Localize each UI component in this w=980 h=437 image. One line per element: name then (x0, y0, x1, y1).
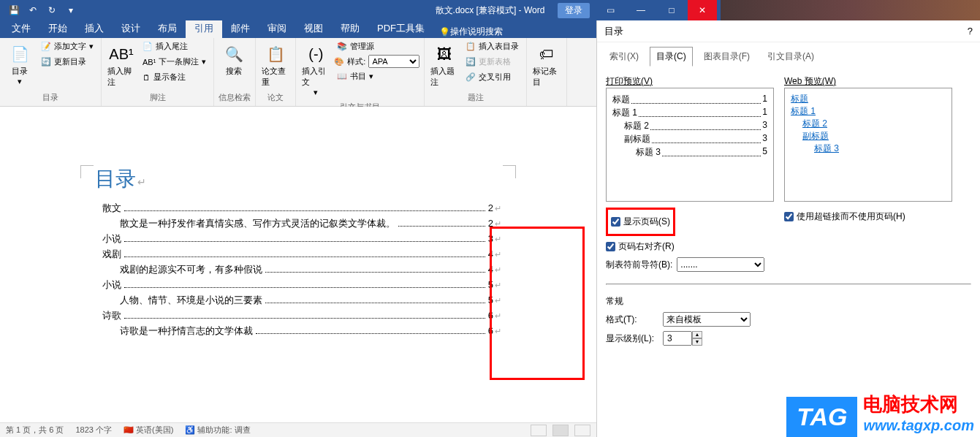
redo-icon[interactable]: ↻ (44, 2, 60, 18)
web-preview-link[interactable]: 标题 (791, 93, 946, 105)
close-icon[interactable]: ✕ (688, 0, 717, 20)
footnote-icon: AB¹ (110, 42, 133, 66)
tab-references[interactable]: 引用 (186, 19, 222, 38)
toc-dialog: 目录 ? 索引(X) 目录(C) 图表目录(F) 引文目录(A) 打印预览(V)… (596, 20, 980, 437)
tab-mailings[interactable]: 邮件 (222, 19, 259, 38)
quick-access-toolbar: 💾 ↶ ↻ ▾ (0, 2, 85, 18)
dialog-help-button[interactable]: ? (968, 26, 973, 37)
levels-spinner[interactable]: ▲ ▼ (663, 331, 702, 346)
toc-entry: 小说5 (95, 278, 501, 292)
view-print-icon[interactable] (552, 425, 569, 436)
print-preview-line: 标题 35 (612, 146, 767, 159)
chevron-down-icon: ▾ (314, 88, 318, 97)
show-page-numbers-option[interactable]: 显示页码(S) (611, 216, 670, 228)
tab-help[interactable]: 帮助 (332, 19, 368, 38)
spinner-down-icon[interactable]: ▼ (692, 338, 702, 346)
group-caption-label: 题注 (429, 91, 522, 104)
tab-layout[interactable]: 布局 (149, 19, 186, 38)
status-words[interactable]: 1823 个字 (75, 425, 112, 436)
toc-entry: 戏剧的起源实不可考，有多种假说4 (95, 263, 501, 276)
format-label: 格式(T): (606, 314, 657, 326)
manage-sources-button[interactable]: 📚管理源 (334, 39, 419, 53)
insert-footnote-button[interactable]: AB¹ 插入脚注 (106, 39, 137, 91)
bibliography-button[interactable]: 📖书目 ▾ (334, 69, 419, 83)
citation-style-select[interactable]: APA (368, 55, 419, 68)
tab-leader-label: 制表符前导符(B): (606, 259, 672, 271)
update-icon: 🔄 (41, 57, 51, 66)
dtab-index[interactable]: 索引(X) (603, 47, 645, 66)
chevron-down-icon: ▾ (18, 77, 22, 86)
general-section-label: 常规 (606, 295, 971, 308)
insert-caption-button[interactable]: 🖼 插入题注 (429, 39, 460, 91)
next-footnote-button[interactable]: AB¹下一条脚注 ▾ (140, 55, 209, 69)
cross-ref-icon: 🔗 (466, 72, 476, 82)
window-title: 散文.docx [兼容模式] - Word (436, 4, 545, 17)
lightbulb-icon: 💡 (439, 27, 450, 37)
watermark-cn: 电脑技术网 (863, 392, 974, 417)
insert-table-figures-button[interactable]: 📋插入表目录 (463, 39, 522, 53)
document-canvas[interactable]: 目录 散文2散文是一种抒发作者真情实感、写作方式灵活的记叙类文学体裁。2小说3戏… (0, 107, 596, 422)
login-button[interactable]: 登录 (558, 3, 590, 18)
show-notes-button[interactable]: 🗒显示备注 (140, 70, 209, 84)
citation-icon: (-) (304, 42, 327, 66)
status-page[interactable]: 第 1 页，共 6 页 (6, 425, 64, 436)
update-toc-button[interactable]: 🔄更新目录 (38, 55, 96, 69)
use-hyperlinks-option[interactable]: 使用超链接而不使用页码(H) (784, 210, 952, 223)
cross-reference-button[interactable]: 🔗交叉引用 (463, 70, 522, 84)
tab-design[interactable]: 设计 (113, 19, 149, 38)
toc-entry: 散文2 (95, 202, 501, 215)
add-text-button[interactable]: 📝添加文字 ▾ (38, 39, 96, 53)
web-preview-link[interactable]: 标题 2 (791, 118, 946, 130)
dtab-citations[interactable]: 引文目录(A) (761, 47, 821, 66)
save-icon[interactable]: 💾 (6, 2, 22, 18)
status-a11y[interactable]: ♿ 辅助功能: 调查 (185, 425, 250, 436)
tab-file[interactable]: 文件 (3, 19, 39, 38)
show-page-numbers-checkbox[interactable] (611, 217, 620, 227)
watermark-tag: TAG (786, 397, 857, 437)
ribbon-options-icon[interactable]: ▭ (596, 0, 625, 20)
watermark: TAG 电脑技术网 www.tagxp.com (786, 389, 980, 437)
print-preview-label: 打印预览(V) (606, 75, 774, 88)
tab-insert[interactable]: 插入 (76, 19, 113, 38)
format-select[interactable]: 来自模板 (663, 312, 751, 327)
qat-dropdown-icon[interactable]: ▾ (63, 2, 79, 18)
insert-endnote-button[interactable]: 📄插入尾注 (140, 39, 209, 53)
levels-input[interactable] (663, 331, 692, 346)
tab-pdf[interactable]: PDF工具集 (368, 19, 433, 38)
tell-me-search[interactable]: 💡 操作说明搜索 (439, 26, 503, 38)
status-lang[interactable]: 🇨🇳 英语(美国) (124, 425, 173, 436)
maximize-icon[interactable]: □ (657, 0, 686, 20)
insert-citation-button[interactable]: (-) 插入引文 ▾ (300, 39, 331, 100)
web-preview-link[interactable]: 副标题 (791, 130, 946, 142)
similarity-button[interactable]: 📋 论文查重 (260, 39, 291, 91)
caption-icon: 🖼 (433, 42, 456, 66)
toc-button[interactable]: 📄 目录 ▾ (4, 39, 35, 89)
right-align-option[interactable]: 页码右对齐(R) (606, 240, 774, 253)
right-align-checkbox[interactable] (606, 242, 615, 251)
biblio-icon: 📖 (337, 72, 347, 81)
mark-entry-button[interactable]: 🏷 标记条目 (531, 39, 562, 91)
add-text-icon: 📝 (41, 42, 51, 51)
document-page: 目录 散文2散文是一种抒发作者真情实感、写作方式灵活的记叙类文学体裁。2小说3戏… (80, 121, 516, 354)
citation-style-row: 🎨 样式: APA (334, 55, 419, 68)
web-preview-link[interactable]: 标题 3 (791, 142, 946, 155)
print-preview-line: 标题 23 (612, 120, 767, 132)
view-web-icon[interactable] (574, 425, 590, 436)
watermark-url: www.tagxp.com (863, 417, 974, 434)
spinner-up-icon[interactable]: ▲ (692, 331, 702, 338)
statusbar: 第 1 页，共 6 页 1823 个字 🇨🇳 英语(美国) ♿ 辅助功能: 调查 (0, 422, 596, 437)
web-preview-link[interactable]: 标题 1 (791, 105, 946, 118)
toc-entry: 人物、情节、环境是小说的三要素5 (95, 294, 501, 307)
dtab-toc[interactable]: 目录(C) (650, 47, 693, 66)
dtab-figures[interactable]: 图表目录(F) (697, 47, 756, 66)
tab-home[interactable]: 开始 (39, 19, 76, 38)
tab-view[interactable]: 视图 (295, 19, 332, 38)
tab-review[interactable]: 审阅 (259, 19, 295, 38)
search-icon: 🔍 (222, 42, 246, 66)
tab-leader-select[interactable]: ....... (677, 257, 764, 272)
search-button[interactable]: 🔍 搜索 (219, 39, 249, 80)
undo-icon[interactable]: ↶ (25, 2, 41, 18)
use-hyperlinks-checkbox[interactable] (784, 212, 794, 221)
view-read-icon[interactable] (531, 425, 547, 436)
minimize-icon[interactable]: — (626, 0, 656, 20)
